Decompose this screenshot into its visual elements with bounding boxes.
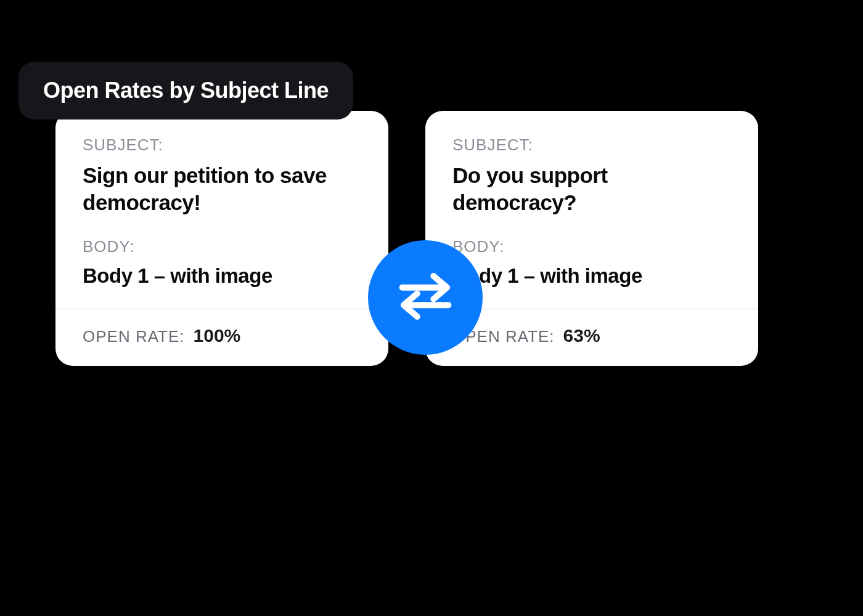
swap-horizontal-icon xyxy=(391,262,459,333)
card-body: SUBJECT: Sign our petition to save democ… xyxy=(55,111,388,309)
section-title-pill: Open Rates by Subject Line xyxy=(18,62,353,120)
subject-label: SUBJECT: xyxy=(452,136,731,155)
body-text: Body 1 – with image xyxy=(83,264,361,288)
variant-card-a: SUBJECT: Sign our petition to save democ… xyxy=(55,111,388,366)
body-label: BODY: xyxy=(452,237,731,256)
body-text: Body 1 – with image xyxy=(452,264,731,288)
body-label: BODY: xyxy=(83,237,361,256)
section-title-text: Open Rates by Subject Line xyxy=(43,78,329,103)
card-footer: OPEN RATE: 100% xyxy=(55,309,388,366)
open-rate-value: 63% xyxy=(563,325,600,346)
open-rate-label: OPEN RATE: xyxy=(83,327,185,346)
comparison-stage: Open Rates by Subject Line SUBJECT: Sign… xyxy=(0,0,863,616)
subject-text: Do you support democracy? xyxy=(452,162,731,216)
variant-card-b: SUBJECT: Do you support democracy? BODY:… xyxy=(425,111,758,366)
swap-badge xyxy=(368,240,483,355)
subject-label: SUBJECT: xyxy=(83,136,361,155)
subject-text: Sign our petition to save democracy! xyxy=(83,162,361,216)
open-rate-value: 100% xyxy=(194,325,241,346)
